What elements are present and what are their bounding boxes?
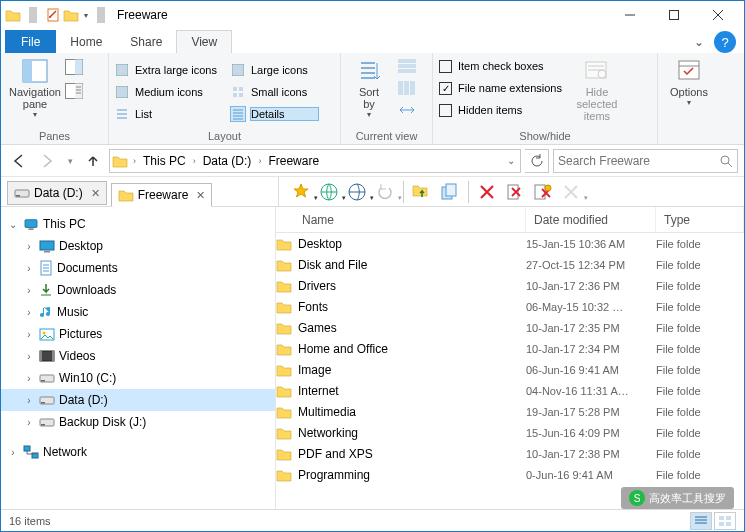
more-button[interactable]: ▾ — [557, 179, 585, 205]
close-button[interactable] — [696, 1, 740, 29]
search-icon — [719, 154, 733, 168]
maximize-button[interactable] — [652, 1, 696, 29]
tree-item[interactable]: ›Music — [1, 301, 275, 323]
svg-rect-19 — [239, 93, 243, 97]
svg-rect-21 — [398, 64, 416, 68]
list-item[interactable]: Desktop15-Jan-15 10:36 AMFile folde — [276, 233, 744, 254]
svg-rect-50 — [726, 522, 731, 526]
list-item[interactable]: Networking15-Jun-16 4:09 PMFile folde — [276, 422, 744, 443]
list-item[interactable]: Image06-Jun-16 9:41 AMFile folde — [276, 359, 744, 380]
column-date[interactable]: Date modified — [526, 207, 656, 232]
navigation-pane-button[interactable]: Navigation pane ▾ — [7, 55, 63, 122]
options-button[interactable]: Options ▾ — [664, 55, 714, 110]
qat-properties-icon[interactable] — [45, 7, 61, 23]
search-input[interactable] — [558, 154, 715, 168]
svg-rect-24 — [404, 81, 409, 95]
tree-item[interactable]: ›Downloads — [1, 279, 275, 301]
list-item[interactable]: Multimedia19-Jan-17 5:28 PMFile folde — [276, 401, 744, 422]
tree-item[interactable]: ›Pictures — [1, 323, 275, 345]
svg-rect-20 — [398, 59, 416, 63]
tree-item[interactable]: ›Data (D:) — [1, 389, 275, 411]
file-list[interactable]: Desktop15-Jan-15 10:36 AMFile foldeDisk … — [276, 233, 744, 509]
collapse-ribbon-button[interactable]: ⌄ — [688, 31, 710, 53]
recent-locations-button[interactable]: ▾ — [63, 149, 77, 173]
svg-rect-16 — [233, 87, 237, 91]
svg-rect-48 — [726, 516, 731, 520]
list-item[interactable]: PDF and XPS10-Jan-17 2:38 PMFile folde — [276, 443, 744, 464]
close-tab-icon[interactable]: ✕ — [91, 187, 100, 200]
tree-item[interactable]: ›Desktop — [1, 235, 275, 257]
svg-rect-43 — [40, 351, 42, 361]
list-item[interactable]: Drivers10-Jan-17 2:36 PMFile folde — [276, 275, 744, 296]
svg-rect-12 — [75, 84, 83, 99]
share-tab[interactable]: Share — [116, 30, 176, 53]
tree-item[interactable]: ›Win10 (C:) — [1, 367, 275, 389]
tree-item[interactable]: ›Documents — [1, 257, 275, 279]
svg-rect-45 — [24, 446, 30, 451]
up-button[interactable] — [81, 149, 105, 173]
thumbnails-view-switch[interactable] — [714, 512, 736, 530]
search-box[interactable] — [553, 149, 738, 173]
svg-rect-8 — [23, 60, 32, 82]
svg-rect-37 — [40, 241, 54, 250]
navigation-pane[interactable]: ⌄ This PC ›Desktop›Documents›Downloads›M… — [1, 207, 276, 509]
svg-rect-42 — [40, 351, 54, 361]
view-tab[interactable]: View — [176, 30, 232, 53]
svg-rect-28 — [679, 61, 699, 79]
app-icon — [5, 7, 21, 23]
copy-button[interactable] — [436, 179, 464, 205]
tree-network[interactable]: › Network — [1, 441, 275, 463]
details-pane-button[interactable] — [63, 80, 85, 102]
list-item[interactable]: Fonts06-May-15 10:32 …File folde — [276, 296, 744, 317]
layout-gallery[interactable]: Extra large icons Large icons Medium ico… — [115, 59, 318, 125]
group-by-button[interactable] — [395, 55, 419, 77]
favorites-button[interactable]: ▾ — [287, 179, 315, 205]
list-item[interactable]: Home and Office10-Jan-17 2:34 PMFile fol… — [276, 338, 744, 359]
delete-button[interactable] — [473, 179, 501, 205]
refresh-button[interactable] — [525, 149, 549, 173]
svg-rect-6 — [670, 11, 679, 20]
undo-button[interactable]: ▾ — [371, 179, 399, 205]
delete-file-button[interactable] — [501, 179, 529, 205]
folder-tab[interactable]: Data (D:)✕ — [7, 181, 107, 205]
tree-item[interactable]: ›Videos — [1, 345, 275, 367]
list-item[interactable]: Programming0-Jun-16 9:41 AMFile folde — [276, 464, 744, 485]
sort-by-button[interactable]: Sort by ▾ — [347, 55, 391, 122]
help-button[interactable]: ? — [714, 31, 736, 53]
add-columns-button[interactable] — [395, 77, 419, 99]
svg-point-36 — [545, 185, 551, 191]
list-item[interactable]: Games10-Jan-17 2:35 PMFile folde — [276, 317, 744, 338]
column-name[interactable]: Name — [276, 207, 526, 232]
qat-dropdown-icon[interactable]: ▾ — [81, 7, 91, 23]
svg-rect-44 — [52, 351, 54, 361]
hide-selected-button[interactable]: Hide selected items — [562, 55, 632, 125]
column-headers[interactable]: Name Date modified Type — [276, 207, 744, 233]
list-item[interactable]: Disk and File27-Oct-15 12:34 PMFile fold… — [276, 254, 744, 275]
svg-point-5 — [49, 16, 51, 18]
details-view-switch[interactable] — [690, 512, 712, 530]
go-up-button[interactable] — [408, 179, 436, 205]
globe-1-button[interactable]: ▾ — [315, 179, 343, 205]
file-tab[interactable]: File — [5, 30, 56, 53]
hidden-items-checkbox[interactable]: Hidden items — [439, 99, 562, 121]
item-check-boxes-checkbox[interactable]: Item check boxes — [439, 55, 562, 77]
close-tab-icon[interactable]: ✕ — [196, 189, 205, 202]
qat-newfolder-icon[interactable] — [63, 7, 79, 23]
watermark: S高效率工具搜罗 — [621, 487, 734, 509]
minimize-button[interactable] — [608, 1, 652, 29]
globe-2-button[interactable]: ▾ — [343, 179, 371, 205]
address-bar[interactable]: › This PC› Data (D:)› Freeware ⌄ — [109, 149, 521, 173]
list-item[interactable]: Internet04-Nov-16 11:31 A…File folde — [276, 380, 744, 401]
preview-pane-button[interactable] — [63, 56, 85, 78]
file-extensions-checkbox[interactable]: ✓File name extensions — [439, 77, 562, 99]
forward-button[interactable] — [35, 149, 59, 173]
size-columns-button[interactable] — [395, 99, 419, 121]
column-type[interactable]: Type — [656, 207, 744, 232]
tree-this-pc[interactable]: ⌄ This PC — [1, 213, 275, 235]
svg-rect-47 — [719, 516, 724, 520]
back-button[interactable] — [7, 149, 31, 173]
home-tab[interactable]: Home — [56, 30, 116, 53]
folder-tab[interactable]: Freeware✕ — [111, 183, 213, 207]
tree-item[interactable]: ›Backup Disk (J:) — [1, 411, 275, 433]
delete-perm-button[interactable] — [529, 179, 557, 205]
